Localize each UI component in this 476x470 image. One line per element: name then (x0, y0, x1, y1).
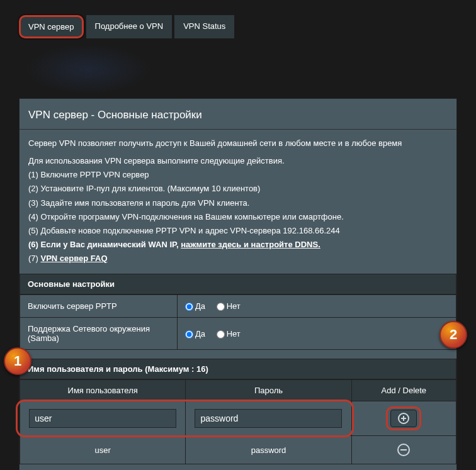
step-4: (4) Откройте программу VPN-подключения н… (28, 211, 448, 223)
col-action: Add / Delete (351, 380, 456, 401)
enable-pptp-no[interactable]: Нет (217, 301, 241, 311)
step-6: (6) Если у Вас динамический WAN IP, нажм… (28, 238, 448, 251)
step-5: (5) Добавьте новое подключение PPTP VPN … (28, 225, 448, 237)
user-row-username: user (20, 436, 186, 464)
step-2: (2) Установите IP-пул для клиентов. (Мак… (28, 182, 448, 195)
users-table: Имя пользователя Пароль Add / Delete (20, 379, 456, 464)
basic-settings-header: Основные настройки (20, 274, 456, 294)
annotation-callout-1: 1 (4, 347, 31, 375)
basic-settings-table: Включить сервер PPTP Да Нет Поддержка Се… (20, 294, 456, 350)
password-input[interactable] (195, 409, 342, 428)
tab-vpn-status[interactable]: VPN Status (174, 15, 234, 38)
add-user-button[interactable] (390, 410, 417, 427)
step-1: (1) Включите PPTP VPN сервер (28, 169, 448, 181)
tab-vpn-more[interactable]: Подробнее о VPN (86, 15, 173, 38)
step-7: (7) VPN сервер FAQ (28, 252, 448, 265)
step-3: (3) Задайте имя пользователя и пароль дл… (28, 197, 448, 210)
delete-user-button[interactable] (390, 441, 417, 459)
ddns-link[interactable]: нажмите здесь и настройте DDNS. (181, 240, 320, 249)
faq-link[interactable]: VPN сервер FAQ (41, 254, 108, 263)
enable-pptp-label: Включить сервер PPTP (20, 295, 178, 318)
main-panel: VPN сервер - Основные настройки Сервер V… (19, 98, 457, 470)
samba-label: Поддержка Сетевого окружения (Samba) (20, 318, 178, 350)
steps-list: Для использования VPN сервера выполните … (28, 155, 448, 265)
user-row-password: password (186, 436, 351, 464)
user-row: user password (20, 436, 456, 464)
plus-circle-icon (397, 412, 410, 425)
intro-text: Сервер VPN позволяет получить доступ к В… (28, 137, 448, 150)
annotation-callout-2: 2 (439, 321, 467, 349)
enable-pptp-yes[interactable]: Да (185, 301, 205, 311)
panel-title: VPN сервер - Основные настройки (20, 99, 456, 129)
samba-yes[interactable]: Да (185, 329, 205, 339)
user-input-row (20, 401, 456, 436)
tab-vpn-server[interactable]: VPN сервер (19, 15, 84, 38)
samba-no[interactable]: Нет (217, 329, 241, 339)
col-password: Пароль (186, 380, 351, 401)
minus-circle-icon (397, 443, 411, 457)
steps-intro: Для использования VPN сервера выполните … (28, 155, 448, 167)
users-header: Имя пользователя и пароль (Максимум : 16… (20, 359, 456, 379)
col-username: Имя пользователя (20, 380, 186, 401)
tab-bar: VPN сервер Подробнее о VPN VPN Status (19, 15, 457, 38)
username-input[interactable] (29, 409, 176, 428)
